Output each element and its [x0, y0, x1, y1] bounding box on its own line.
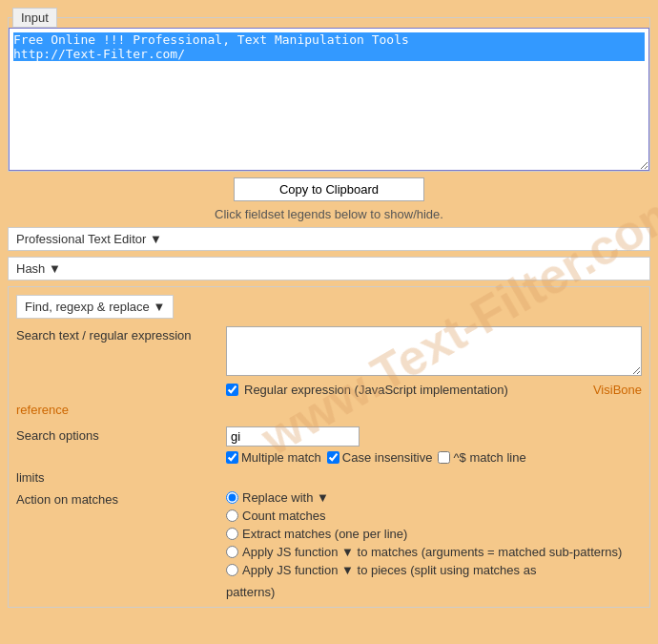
resize-handle[interactable] [639, 160, 648, 170]
copy-clipboard-button[interactable]: Copy to Clipboard [234, 177, 424, 201]
patterns-label: patterns) [226, 585, 275, 599]
action-replace-radio[interactable] [226, 491, 238, 504]
search-text-input[interactable] [226, 326, 642, 376]
match-line-label[interactable]: ^$ match line [438, 450, 525, 465]
search-text-row: Search text / regular expression Regular… [16, 326, 642, 397]
find-regexp-replace-label: Find, regexp & replace ▼ [25, 300, 165, 314]
regex-checkbox[interactable] [226, 384, 238, 396]
limits-label: limits [16, 470, 45, 485]
action-jspieces-label[interactable]: Apply JS function ▼ to pieces (split usi… [226, 563, 536, 577]
action-count-radio[interactable] [226, 509, 238, 522]
reference-link[interactable]: reference [16, 403, 69, 417]
action-label: Action on matches [16, 490, 226, 507]
input-line2: http://Text-Filter.com/ [13, 47, 645, 61]
action-options: Replace with ▼ Count matches Extract mat… [226, 490, 642, 581]
main-container: Input Free Online !!! Professional, Text… [0, 0, 658, 621]
action-replace-label[interactable]: Replace with ▼ [226, 490, 329, 505]
options-checkboxes: Multiple match Case insensitive ^$ match… [226, 450, 642, 465]
action-matches-section: Action on matches Replace with ▼ Count m… [16, 490, 642, 581]
hint-text: Click fieldset legends below to show/hid… [8, 207, 650, 221]
action-jsfunction-row: Apply JS function ▼ to matches (argument… [226, 545, 642, 559]
action-jsfunction-radio[interactable] [226, 546, 238, 558]
action-jspieces-row: Apply JS function ▼ to pieces (split usi… [226, 563, 642, 577]
multiple-match-checkbox[interactable] [226, 451, 238, 464]
action-extract-radio[interactable] [226, 528, 238, 540]
input-line1: Free Online !!! Professional, Text Manip… [13, 32, 645, 47]
case-insensitive-label[interactable]: Case insensitive [327, 450, 433, 465]
search-options-control: Multiple match Case insensitive ^$ match… [226, 426, 642, 465]
find-regexp-replace-bar[interactable]: Find, regexp & replace ▼ [16, 295, 174, 319]
regex-row: Regular expression (JavaScript implement… [226, 383, 642, 397]
search-text-control: Regular expression (JavaScript implement… [226, 326, 642, 397]
action-jsfunction-label[interactable]: Apply JS function ▼ to matches (argument… [226, 545, 622, 559]
clipboard-row: Copy to Clipboard [8, 177, 650, 201]
input-legend-text: Input [21, 10, 49, 25]
input-textarea-display[interactable]: Free Online !!! Professional, Text Manip… [9, 28, 649, 171]
input-fieldset: Input Free Online !!! Professional, Text… [8, 8, 650, 172]
hash-bar[interactable]: Hash ▼ [8, 257, 650, 280]
reference-row: reference [16, 403, 642, 423]
multiple-match-label[interactable]: Multiple match [226, 450, 321, 465]
search-options-row: Search options Multiple match Case insen… [16, 426, 642, 465]
action-jspieces-radio[interactable] [226, 564, 238, 576]
limits-row: limits [16, 470, 642, 485]
find-regexp-replace-section: Find, regexp & replace ▼ Search text / r… [8, 286, 650, 608]
action-replace-row: Replace with ▼ [226, 490, 642, 505]
case-insensitive-checkbox[interactable] [327, 451, 339, 464]
professional-text-editor-bar[interactable]: Professional Text Editor ▼ [8, 227, 650, 251]
action-extract-row: Extract matches (one per line) [226, 527, 642, 541]
professional-text-editor-label: Professional Text Editor ▼ [16, 232, 162, 246]
patterns-label-row: patterns) [16, 585, 642, 599]
hash-label: Hash ▼ [16, 261, 61, 276]
match-line-checkbox[interactable] [438, 451, 450, 464]
search-options-input[interactable] [226, 426, 360, 447]
regex-label: Regular expression (JavaScript implement… [244, 383, 508, 397]
action-extract-label[interactable]: Extract matches (one per line) [226, 527, 407, 541]
input-legend[interactable]: Input [12, 8, 57, 28]
search-options-label: Search options [16, 426, 226, 443]
visibone-link[interactable]: VisiBone [593, 383, 642, 397]
action-count-row: Count matches [226, 509, 642, 523]
search-text-label: Search text / regular expression [16, 326, 226, 343]
action-count-label[interactable]: Count matches [226, 509, 325, 523]
